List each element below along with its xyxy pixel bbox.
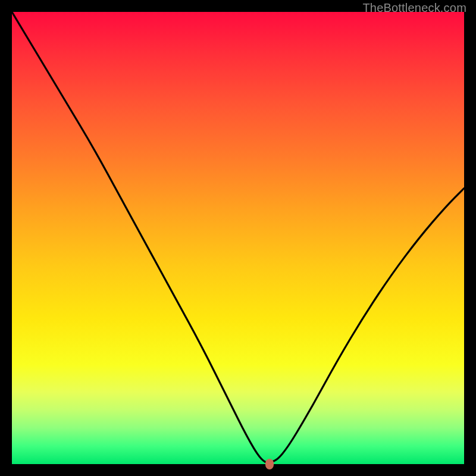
plot-area [12,12,464,464]
minimum-marker [265,459,274,469]
bottleneck-curve [12,12,464,464]
chart-stage: TheBottleneck.com [0,0,476,476]
